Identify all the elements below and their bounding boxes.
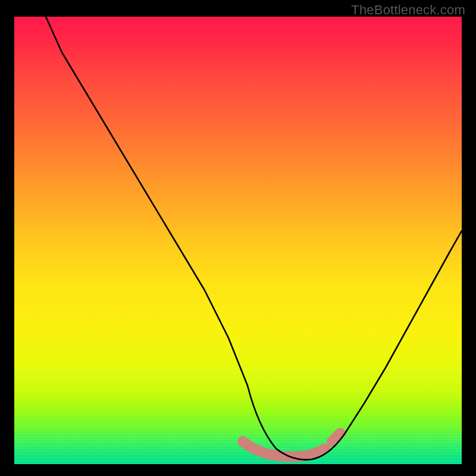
chart-svg-layer (14, 17, 462, 464)
gradient-banding-overlay (14, 366, 462, 464)
optimal-range-highlight (243, 441, 325, 457)
optimal-range-highlight-tail (332, 433, 340, 441)
chart-plot-area (14, 17, 462, 464)
watermark-text: TheBottleneck.com (351, 2, 465, 18)
bottleneck-curve (46, 17, 462, 460)
